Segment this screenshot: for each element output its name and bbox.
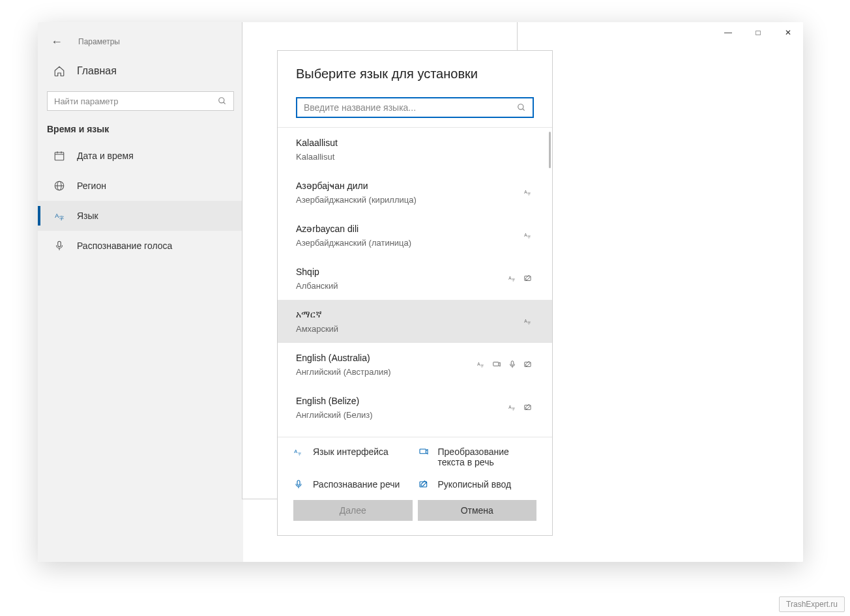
sidebar: ← Параметры Главная Время и язык Дата и … <box>38 22 243 562</box>
legend-handwriting: Рукописный ввод <box>418 479 537 490</box>
dialog-legend: A字 Язык интерфейса Преобразование текста… <box>278 437 552 491</box>
sidebar-home[interactable]: Главная <box>38 53 243 85</box>
svg-text:字: 字 <box>512 278 515 282</box>
language-local: Азербайджанский (латиница) <box>296 238 523 248</box>
tts-icon: A字 <box>523 231 534 240</box>
sidebar-search-input[interactable] <box>54 96 218 106</box>
home-icon <box>53 65 65 77</box>
sidebar-item-region[interactable]: Регион <box>38 171 243 201</box>
language-icon: A字 <box>53 210 65 222</box>
watermark: TrashExpert.ru <box>779 596 845 612</box>
language-local: Kalaallisut <box>296 152 534 162</box>
sidebar-section-label: Время и язык <box>38 124 243 141</box>
hand-icon <box>523 360 534 369</box>
tts-icon <box>418 447 430 457</box>
hand-icon <box>523 403 534 412</box>
language-native: Shqip <box>296 267 508 277</box>
language-local: Албанский <box>296 281 508 291</box>
tts-icon: A字 <box>523 317 534 326</box>
svg-text:A: A <box>524 233 527 237</box>
language-row[interactable]: አማርኛАмхарскийA字 <box>278 300 552 343</box>
disp-icon <box>492 360 503 369</box>
close-button[interactable]: ✕ <box>773 22 803 43</box>
sidebar-item-label: Распознавание голоса <box>77 241 172 251</box>
language-list: KalaallisutKalaallisutАзәрбајҹан дилиАзе… <box>278 128 552 429</box>
app-title: Параметры <box>78 37 120 46</box>
svg-text:字: 字 <box>527 192 531 196</box>
sidebar-search[interactable] <box>47 91 234 111</box>
svg-rect-11 <box>58 241 61 246</box>
search-icon <box>218 96 227 106</box>
svg-point-0 <box>219 98 224 103</box>
language-feature-icons: A字 <box>508 403 534 412</box>
minimize-button[interactable]: — <box>713 22 743 43</box>
sidebar-item-datetime[interactable]: Дата и время <box>38 141 243 171</box>
dialog-buttons: Далее Отмена <box>278 491 552 535</box>
svg-text:A: A <box>524 190 527 194</box>
svg-point-14 <box>518 104 523 110</box>
svg-line-1 <box>224 102 226 104</box>
mic-icon <box>508 360 518 369</box>
legend-display: A字 Язык интерфейса <box>293 447 412 467</box>
calendar-icon <box>53 150 65 162</box>
language-native: Kalaallisut <box>296 138 534 148</box>
dialog-search[interactable] <box>296 97 534 118</box>
language-row[interactable]: English (Australia)Английский (Австралия… <box>278 343 552 386</box>
language-row[interactable]: English (Belize)Английский (Белиз)A字 <box>278 386 552 429</box>
maximize-button[interactable]: □ <box>743 22 773 43</box>
display-lang-icon: A字 <box>293 447 305 457</box>
language-row[interactable]: KalaallisutKalaallisut <box>278 128 552 171</box>
language-row[interactable]: Азәрбајҹан дилиАзербайджанский (кириллиц… <box>278 171 552 214</box>
sidebar-item-label: Дата и время <box>77 151 134 161</box>
cancel-button[interactable]: Отмена <box>418 500 537 521</box>
svg-text:字: 字 <box>527 235 531 239</box>
svg-rect-37 <box>297 480 300 485</box>
sidebar-item-label: Регион <box>77 181 106 191</box>
language-native: አማርኛ <box>296 309 523 320</box>
add-language-dialog: Выберите язык для установки KalaallisutK… <box>277 50 553 536</box>
back-icon[interactable]: ← <box>51 35 63 49</box>
language-row[interactable]: Azərbaycan diliАзербайджанский (латиница… <box>278 214 552 257</box>
language-list-wrap: KalaallisutKalaallisutАзәрбајҹан дилиАзе… <box>278 127 552 437</box>
language-feature-icons: A字 <box>523 231 534 240</box>
language-feature-icons: A字 <box>476 360 534 369</box>
language-local: Азербайджанский (кириллица) <box>296 195 523 205</box>
handwriting-icon <box>418 479 430 490</box>
language-feature-icons: A字 <box>523 188 534 197</box>
hand-icon <box>523 274 534 283</box>
language-feature-icons: A字 <box>523 317 534 326</box>
language-native: English (Australia) <box>296 353 476 363</box>
mic-icon <box>53 240 65 252</box>
legend-speech: Распознавание речи <box>293 479 412 490</box>
svg-rect-28 <box>511 361 514 365</box>
language-native: Azərbaycan dili <box>296 224 523 234</box>
svg-text:字: 字 <box>512 407 515 411</box>
titlebar-left: ← Параметры <box>38 30 243 53</box>
next-button[interactable]: Далее <box>293 500 413 521</box>
sidebar-item-speech[interactable]: Распознавание голоса <box>38 231 243 261</box>
sidebar-nav: Дата и время Регион A字 Язык Распознавани… <box>38 141 243 261</box>
svg-text:字: 字 <box>298 452 301 456</box>
svg-text:A: A <box>294 448 297 454</box>
dialog-search-input[interactable] <box>304 102 517 113</box>
mic-icon <box>293 479 305 490</box>
language-native: Азәрбајҹан дили <box>296 181 523 191</box>
svg-text:A: A <box>508 276 512 280</box>
dialog-header: Выберите язык для установки <box>278 51 552 85</box>
language-feature-icons: A字 <box>508 274 534 283</box>
svg-rect-2 <box>55 153 64 160</box>
language-row[interactable]: ShqipАлбанскийA字 <box>278 257 552 300</box>
sidebar-item-label: Язык <box>77 211 98 221</box>
svg-line-15 <box>523 109 525 111</box>
svg-text:字: 字 <box>527 321 531 325</box>
svg-text:字: 字 <box>480 364 484 368</box>
sidebar-item-language[interactable]: A字 Язык <box>38 201 243 231</box>
svg-text:字: 字 <box>59 216 64 220</box>
svg-text:A: A <box>524 319 527 323</box>
sidebar-home-label: Главная <box>77 65 117 77</box>
tts-icon: A字 <box>508 274 518 283</box>
language-local: Английский (Белиз) <box>296 410 508 420</box>
svg-rect-27 <box>493 362 499 366</box>
tts-icon: A字 <box>476 360 487 369</box>
svg-text:A: A <box>508 405 512 409</box>
